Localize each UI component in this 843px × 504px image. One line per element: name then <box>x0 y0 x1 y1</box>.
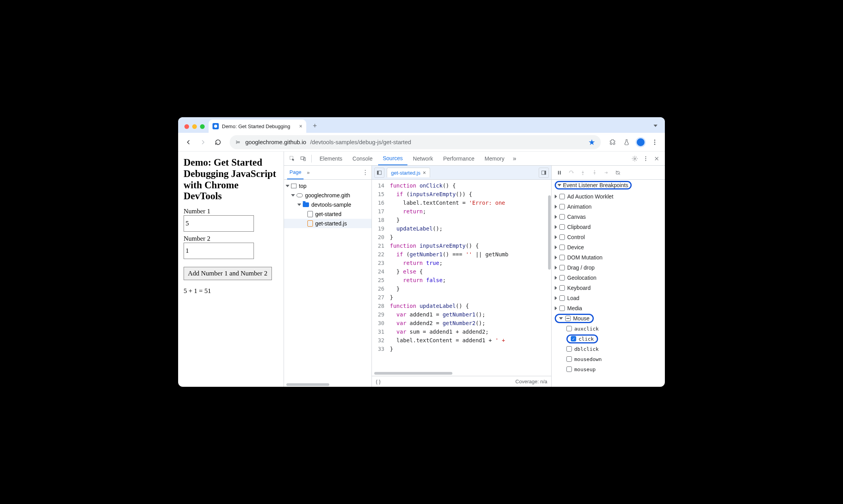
event-dblclick[interactable]: dblclick <box>552 344 665 354</box>
expand-icon <box>291 194 295 197</box>
sources-navigator: Page » ⋮ top googlechrome.gith devtools-… <box>284 166 372 387</box>
input-number1[interactable] <box>184 215 254 232</box>
profile-button[interactable] <box>634 136 647 148</box>
checkbox[interactable] <box>566 326 572 331</box>
event-category-control[interactable]: Control <box>552 232 665 242</box>
editor-vscrollbar[interactable] <box>547 194 551 371</box>
event-category-drag-drop[interactable]: Drag / drop <box>552 263 665 273</box>
maximize-window-button[interactable] <box>200 124 205 129</box>
tree-folder[interactable]: devtools-sample <box>284 200 371 209</box>
expand-icon <box>559 317 563 320</box>
browser-tab[interactable]: Demo: Get Started Debugging × <box>209 120 306 133</box>
event-category-mouse[interactable]: Mouse <box>552 313 665 323</box>
svg-rect-13 <box>545 171 546 174</box>
extensions-button[interactable] <box>606 136 619 148</box>
address-bar[interactable]: googlechrome.github.io/devtools-samples/… <box>230 135 601 149</box>
event-category-load[interactable]: Load <box>552 293 665 303</box>
tab-performance[interactable]: Performance <box>438 152 479 165</box>
step-into-button[interactable] <box>578 168 588 177</box>
event-category-keyboard[interactable]: Keyboard <box>552 283 665 293</box>
checkbox[interactable] <box>559 275 565 281</box>
new-tab-button[interactable]: + <box>309 120 320 131</box>
reload-button[interactable] <box>212 136 224 148</box>
navigator-menu-icon[interactable]: ⋮ <box>362 169 368 176</box>
tab-memory[interactable]: Memory <box>480 152 509 165</box>
bookmark-star-icon[interactable]: ★ <box>588 138 595 147</box>
checkbox[interactable] <box>565 316 571 321</box>
checkbox[interactable] <box>559 234 565 240</box>
tab-sources[interactable]: Sources <box>378 152 407 165</box>
device-toolbar-icon[interactable] <box>298 154 308 164</box>
event-category-animation[interactable]: Animation <box>552 202 665 212</box>
event-label: mousedown <box>574 356 602 362</box>
event-category-clipboard[interactable]: Clipboard <box>552 222 665 232</box>
more-tabs-button[interactable]: » <box>510 155 519 162</box>
svg-point-0 <box>654 139 655 141</box>
pretty-print-icon[interactable]: { } <box>376 379 380 384</box>
devtools-settings-icon[interactable] <box>630 152 640 165</box>
tree-origin[interactable]: googlechrome.gith <box>284 191 371 200</box>
checkbox[interactable] <box>559 214 565 220</box>
step-over-button[interactable] <box>566 168 576 177</box>
navigator-more-tabs[interactable]: » <box>307 170 309 175</box>
event-category-geolocation[interactable]: Geolocation <box>552 273 665 283</box>
step-out-button[interactable] <box>590 168 599 177</box>
tree-top[interactable]: top <box>284 181 371 191</box>
checkbox[interactable] <box>559 204 565 209</box>
close-editor-tab[interactable]: × <box>423 170 426 176</box>
tree-file-html[interactable]: get-started <box>284 209 371 219</box>
checkbox[interactable] <box>559 224 565 230</box>
checkbox[interactable] <box>566 366 572 372</box>
toggle-navigator-icon[interactable] <box>374 168 384 178</box>
devtools-close-icon[interactable] <box>652 152 662 165</box>
event-auxclick[interactable]: auxclick <box>552 323 665 334</box>
event-category-ad-auction-worklet[interactable]: Ad Auction Worklet <box>552 191 665 202</box>
toggle-debugger-icon[interactable] <box>539 168 549 178</box>
tab-network[interactable]: Network <box>408 152 438 165</box>
close-tab-button[interactable]: × <box>299 123 302 129</box>
checkbox[interactable] <box>559 255 565 260</box>
event-mouseup[interactable]: mouseup <box>552 364 665 374</box>
tab-search-button[interactable] <box>651 121 660 130</box>
event-category-dom-mutation[interactable]: DOM Mutation <box>552 252 665 263</box>
navigator-tab-page[interactable]: Page <box>287 166 304 179</box>
event-category-media[interactable]: Media <box>552 303 665 313</box>
chrome-menu-button[interactable] <box>648 136 661 148</box>
event-category-canvas[interactable]: Canvas <box>552 212 665 222</box>
inspect-element-icon[interactable] <box>287 154 297 164</box>
deactivate-breakpoints-button[interactable] <box>613 168 623 177</box>
tree-file-js[interactable]: get-started.js <box>284 219 371 228</box>
checkbox[interactable]: ✓ <box>571 336 576 341</box>
checkbox[interactable] <box>559 306 565 311</box>
labs-button[interactable] <box>620 136 633 148</box>
code-viewport[interactable]: 14 15 16 17 18 19 20 21 22 23 24 25 26 2… <box>372 180 551 371</box>
site-settings-icon <box>235 139 241 145</box>
checkbox[interactable] <box>566 346 572 352</box>
tab-console[interactable]: Console <box>348 152 377 165</box>
event-click[interactable]: ✓click <box>552 334 665 344</box>
editor-hscrollbar[interactable] <box>372 371 551 376</box>
checkbox[interactable] <box>559 295 565 301</box>
close-window-button[interactable] <box>184 124 189 129</box>
navigator-scrollbar[interactable] <box>284 383 371 387</box>
editor-tab[interactable]: get-started.js × <box>387 168 430 177</box>
checkbox[interactable] <box>559 194 565 199</box>
input-number2[interactable] <box>184 243 254 259</box>
devtools-more-icon[interactable] <box>641 152 651 165</box>
minimize-window-button[interactable] <box>192 124 197 129</box>
forward-button[interactable] <box>197 136 209 148</box>
event-listener-breakpoints-header[interactable]: Event Listener Breakpoints <box>552 180 665 191</box>
add-button[interactable]: Add Number 1 and Number 2 <box>184 267 272 280</box>
tab-elements[interactable]: Elements <box>315 152 347 165</box>
checkbox[interactable] <box>559 245 565 250</box>
checkbox[interactable] <box>559 285 565 291</box>
checkbox[interactable] <box>566 356 572 362</box>
event-mousedown[interactable]: mousedown <box>552 354 665 364</box>
navigator-head: Page » ⋮ <box>284 166 371 180</box>
devtools: Elements Console Sources Network Perform… <box>284 152 665 387</box>
pause-resume-button[interactable] <box>555 168 564 177</box>
back-button[interactable] <box>182 136 195 148</box>
event-category-device[interactable]: Device <box>552 242 665 252</box>
checkbox[interactable] <box>559 265 565 270</box>
step-button[interactable] <box>602 168 611 177</box>
